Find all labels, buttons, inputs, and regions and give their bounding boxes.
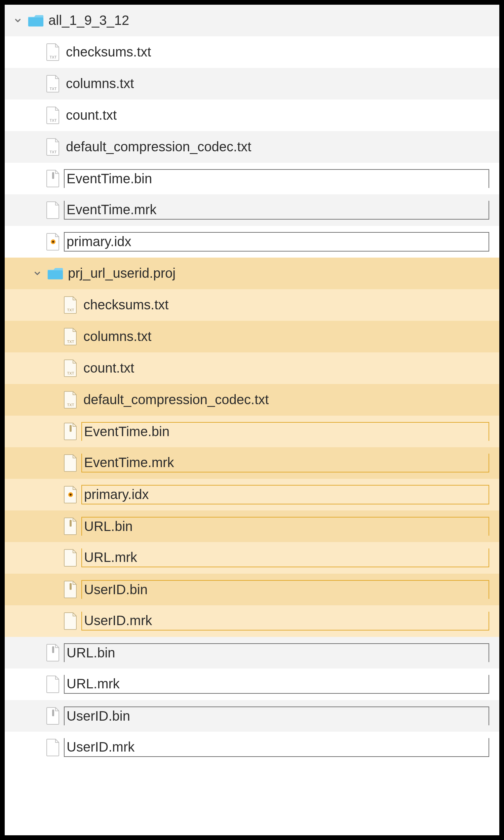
file-tree: all_1_9_3_12 TXT checksums.txt TXT colum… xyxy=(5,5,499,835)
tree-item-label: prj_url_userid.proj xyxy=(66,264,178,283)
tree-row[interactable]: TXT columns.txt xyxy=(5,68,499,100)
bin-file-icon xyxy=(62,580,79,599)
tree-item-label: UserID.bin xyxy=(82,580,489,599)
generic-file-icon xyxy=(62,549,79,567)
bin-file-icon xyxy=(62,422,79,441)
generic-file-icon xyxy=(62,453,79,472)
tree-row[interactable]: URL.bin xyxy=(5,511,499,542)
svg-text:TXT: TXT xyxy=(67,371,74,375)
svg-rect-8 xyxy=(48,270,63,280)
tree-item-label: primary.idx xyxy=(82,485,489,504)
tree-row[interactable]: prj_url_userid.proj xyxy=(5,257,499,289)
tree-row[interactable]: TXT count.txt xyxy=(5,100,499,131)
bin-file-icon xyxy=(45,707,61,725)
tree-item-label: primary.idx xyxy=(64,232,489,252)
svg-text:TXT: TXT xyxy=(67,403,74,407)
svg-text:TXT: TXT xyxy=(50,118,57,122)
tree-row[interactable]: primary.idx xyxy=(5,479,499,511)
tree-item-label: EventTime.mrk xyxy=(82,453,489,472)
tree-row[interactable]: EventTime.mrk xyxy=(5,447,499,479)
tree-row[interactable]: TXT checksums.txt xyxy=(5,36,499,68)
svg-rect-16 xyxy=(70,520,72,526)
tree-item-label: EventTime.bin xyxy=(64,169,489,188)
tree-item-label: EventTime.mrk xyxy=(64,201,489,219)
generic-file-icon xyxy=(62,612,79,630)
tree-row[interactable]: URL.bin xyxy=(5,637,499,668)
txt-file-icon: TXT xyxy=(45,138,61,156)
tree-item-label: URL.bin xyxy=(64,643,489,662)
svg-rect-13 xyxy=(70,425,72,432)
txt-file-icon: TXT xyxy=(62,327,79,346)
tree-item-label: all_1_9_3_12 xyxy=(47,12,131,30)
txt-file-icon: TXT xyxy=(45,74,61,93)
tree-row[interactable]: UserID.bin xyxy=(5,574,499,605)
generic-file-icon xyxy=(45,201,61,219)
tree-item-label: columns.txt xyxy=(82,327,153,346)
tree-item-label: UserID.bin xyxy=(64,707,489,725)
svg-rect-19 xyxy=(52,710,54,716)
txt-file-icon: TXT xyxy=(45,43,61,61)
tree-row[interactable]: TXT count.txt xyxy=(5,353,499,384)
tree-item-label: URL.bin xyxy=(82,517,489,536)
tree-row[interactable]: EventTime.bin xyxy=(5,163,499,194)
tree-row[interactable]: TXT default_compression_codec.txt xyxy=(5,131,499,163)
tree-item-label: URL.mrk xyxy=(82,549,489,567)
tree-item-label: URL.mrk xyxy=(64,675,489,694)
generic-file-icon xyxy=(45,675,61,694)
txt-file-icon: TXT xyxy=(62,390,79,409)
tree-row[interactable]: TXT default_compression_codec.txt xyxy=(5,384,499,416)
folder-icon xyxy=(28,11,44,30)
bin-file-icon xyxy=(45,169,61,188)
svg-text:TXT: TXT xyxy=(67,340,74,344)
tree-row[interactable]: primary.idx xyxy=(5,226,499,257)
svg-text:TXT: TXT xyxy=(50,150,57,154)
tree-row[interactable]: EventTime.bin xyxy=(5,416,499,447)
tree-row[interactable]: EventTime.mrk xyxy=(5,194,499,226)
txt-file-icon: TXT xyxy=(45,106,61,125)
svg-text:TXT: TXT xyxy=(50,87,57,91)
tree-row[interactable]: TXT columns.txt xyxy=(5,321,499,353)
tree-item-label: count.txt xyxy=(64,106,119,124)
tree-item-label: count.txt xyxy=(82,359,136,377)
tree-row[interactable]: TXT checksums.txt xyxy=(5,289,499,321)
tree-item-label: EventTime.bin xyxy=(82,422,489,441)
tree-row[interactable]: URL.mrk xyxy=(5,542,499,574)
svg-text:TXT: TXT xyxy=(50,55,57,59)
svg-rect-17 xyxy=(70,583,72,590)
generic-file-icon xyxy=(45,738,61,757)
bin-file-icon xyxy=(45,643,61,662)
chevron-down-icon[interactable] xyxy=(32,268,42,279)
folder-icon xyxy=(47,264,63,283)
tree-item-label: checksums.txt xyxy=(64,43,153,61)
tree-item-label: UserID.mrk xyxy=(82,612,489,630)
tree-row[interactable]: UserID.mrk xyxy=(5,605,499,637)
svg-rect-0 xyxy=(28,17,43,26)
tree-row[interactable]: UserID.bin xyxy=(5,700,499,732)
tree-item-label: checksums.txt xyxy=(82,296,170,314)
tree-item-label: default_compression_codec.txt xyxy=(64,138,253,156)
bin-file-icon xyxy=(62,517,79,536)
tree-row[interactable]: URL.mrk xyxy=(5,668,499,700)
svg-rect-5 xyxy=(52,172,54,179)
tree-row[interactable]: UserID.mrk xyxy=(5,732,499,763)
tree-item-label: UserID.mrk xyxy=(64,738,489,757)
svg-point-7 xyxy=(52,241,54,243)
txt-file-icon: TXT xyxy=(62,296,79,315)
chevron-down-icon[interactable] xyxy=(13,16,23,25)
tree-row[interactable]: all_1_9_3_12 xyxy=(5,5,499,36)
idx-file-icon xyxy=(62,485,79,504)
svg-text:TXT: TXT xyxy=(67,308,74,312)
idx-file-icon xyxy=(45,232,61,251)
svg-rect-18 xyxy=(52,646,54,653)
svg-point-15 xyxy=(70,494,72,496)
tree-item-label: default_compression_codec.txt xyxy=(82,391,271,409)
tree-item-label: columns.txt xyxy=(64,75,136,93)
txt-file-icon: TXT xyxy=(62,359,79,378)
